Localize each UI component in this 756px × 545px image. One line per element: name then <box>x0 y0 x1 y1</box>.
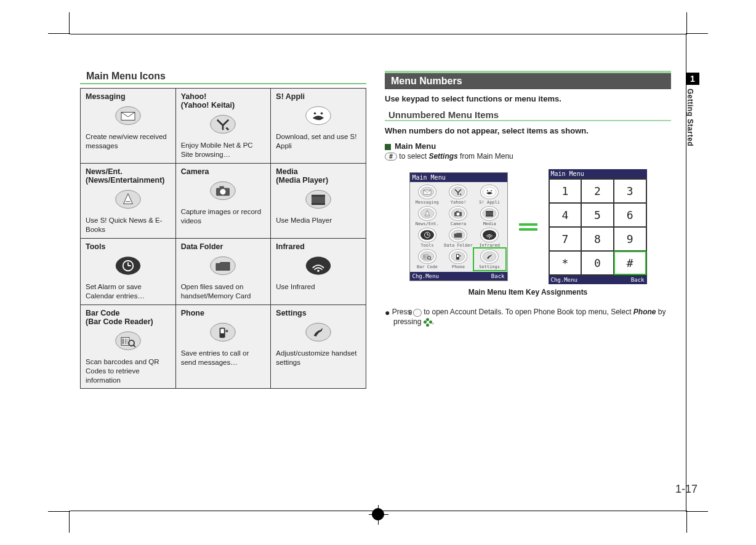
main-menu-label: Main Menu <box>385 141 671 151</box>
screen-item-label: Infrared <box>475 243 505 248</box>
svg-rect-25 <box>221 328 225 333</box>
menu-icon-title: Camera <box>181 167 266 176</box>
menu-icon-title: Data Folder <box>181 242 266 251</box>
keypad-key: 8 <box>581 227 614 251</box>
menu-icon-desc: Download, set and use S! Appli <box>276 132 361 151</box>
menu-numbers-heading: Menu Numbers <box>385 71 671 89</box>
menu-icon-cell: ToolsSet Alarm or save Calendar entries… <box>81 238 176 304</box>
menu-icon-desc: Use Media Player <box>276 216 361 225</box>
menu-icon-title: Media(Media Player) <box>276 167 361 185</box>
screen-item-icon <box>480 249 499 264</box>
menu-icon-title: Infrared <box>276 242 361 251</box>
chapter-label: Getting Started <box>686 85 694 146</box>
screen-item-label: Data Folder <box>443 243 473 248</box>
bullet-icon: ● <box>385 308 390 317</box>
screen-menu-item: Bar Code <box>412 249 443 269</box>
svg-rect-41 <box>486 211 493 212</box>
keypad-mock: Main Menu 123456789*0# Chg.Menu Back <box>549 169 647 284</box>
page-number: 1-17 <box>675 483 698 496</box>
screen-item-label: Tools <box>412 243 443 248</box>
menu-icon-cell: Data FolderOpen files saved on handset/M… <box>175 238 271 304</box>
menu-icon-desc: Open files saved on handset/Memory Card <box>181 282 266 301</box>
keypad-key: 5 <box>581 203 614 227</box>
screen-item-label: Yahoo! <box>443 200 473 205</box>
crop-mark <box>686 511 708 512</box>
screen-item-icon <box>418 249 436 264</box>
keypad-key: 2 <box>581 179 614 203</box>
softkey-right: Back <box>491 273 505 279</box>
menu-icon-desc: Use Infrared <box>276 282 361 292</box>
svg-rect-14 <box>312 203 325 205</box>
menu-icon-desc: Save entries to call or send messages… <box>181 349 266 367</box>
screen-item-label: Bar Code <box>412 265 443 269</box>
menu-icon-title: Yahoo!(Yahoo! Keitai) <box>181 92 266 109</box>
keypad-key: 7 <box>549 227 582 251</box>
bar-icon <box>86 330 171 354</box>
svg-rect-53 <box>457 255 459 257</box>
crop-register <box>372 508 384 520</box>
crop-mark <box>48 33 70 34</box>
screen-item-icon <box>449 249 467 264</box>
crop-mark <box>69 12 70 34</box>
menu-icon-desc: Create new/view received messages <box>86 132 171 151</box>
news-icon <box>86 188 171 212</box>
svg-rect-40 <box>486 212 493 216</box>
screen-menu-item: Camera <box>443 206 473 226</box>
menu-icon-cell: PhoneSave entries to call or send messag… <box>175 304 271 389</box>
trim-line-top <box>70 34 686 34</box>
menu-icon-title: Phone <box>181 309 266 317</box>
menu-icon-desc: Enjoy Mobile Net & PC Site browsing… <box>181 141 266 159</box>
screen-item-label: Settings <box>475 265 505 269</box>
keypad-key: 0 <box>581 251 614 275</box>
softkey-left: Chg.Menu <box>551 277 577 283</box>
data-icon <box>181 255 266 279</box>
screen-menu-item: Infrared <box>475 228 505 248</box>
equals-icon <box>519 223 537 231</box>
screen-menu-item: Data Folder <box>443 228 473 248</box>
screen-item-icon <box>449 185 467 199</box>
screen-item-label: News/Ent. <box>412 221 443 226</box>
keypad-key: 9 <box>614 227 646 251</box>
keypad-key: # <box>614 251 646 275</box>
svg-point-19 <box>317 269 320 272</box>
menu-numbers-intro: Use keypad to select functions or menu i… <box>385 94 671 103</box>
screen-item-label: S! Appli <box>475 200 505 205</box>
menu-icon-title: Settings <box>276 309 361 317</box>
messaging-icon <box>86 105 171 129</box>
menu-icon-cell: SettingsAdjust/customize handset setting… <box>271 304 366 389</box>
svg-rect-54 <box>460 255 461 257</box>
screen-title: Main Menu <box>410 173 507 182</box>
svg-rect-13 <box>312 195 325 197</box>
camera-icon <box>181 180 266 204</box>
unnumbered-intro: When numbers do not appear, select items… <box>385 126 671 135</box>
menu-icon-desc: Capture images or record videos <box>181 207 266 226</box>
zero-keycap-icon: 0 <box>413 309 422 317</box>
menu-icon-title: News/Ent.(News/Entertainment) <box>86 167 171 185</box>
screen-menu-item: Phone <box>443 249 473 269</box>
settings-icon <box>276 321 361 345</box>
keypad-key: * <box>549 251 582 275</box>
menu-icon-cell: Bar Code(Bar Code Reader)Scan barcodes a… <box>81 304 176 389</box>
screen-menu-item: Tools <box>412 228 443 248</box>
menu-icon-title: Messaging <box>86 92 171 101</box>
screen-item-icon <box>480 228 499 242</box>
menu-icon-title: S! Appli <box>276 92 361 101</box>
screen-item-icon <box>449 228 467 242</box>
menu-icon-title: Bar Code(Bar Code Reader) <box>86 309 171 326</box>
menu-icon-cell: News/Ent.(News/Entertainment)Use S! Quic… <box>81 163 176 238</box>
screen-item-label: Media <box>475 221 505 226</box>
keypad-title: Main Menu <box>549 169 647 178</box>
softkey-left: Chg.Menu <box>412 273 439 279</box>
svg-rect-42 <box>486 216 493 217</box>
tools-icon <box>86 255 171 279</box>
unnumbered-heading: Unnumbered Menu Items <box>385 109 671 121</box>
account-details-note: ● Press 0 to open Account Details. To op… <box>385 308 671 327</box>
keypad-key: 3 <box>614 179 646 203</box>
screen-item-icon <box>480 185 499 199</box>
diagram-caption: Main Menu Item Key Assignments <box>385 288 671 296</box>
hash-keycap-icon: # <box>385 153 397 161</box>
screen-menu-item: News/Ent. <box>412 206 443 226</box>
multi-selector-icon <box>424 318 432 327</box>
screen-item-icon <box>480 206 499 221</box>
side-tab: 1 Getting Started <box>686 73 699 146</box>
